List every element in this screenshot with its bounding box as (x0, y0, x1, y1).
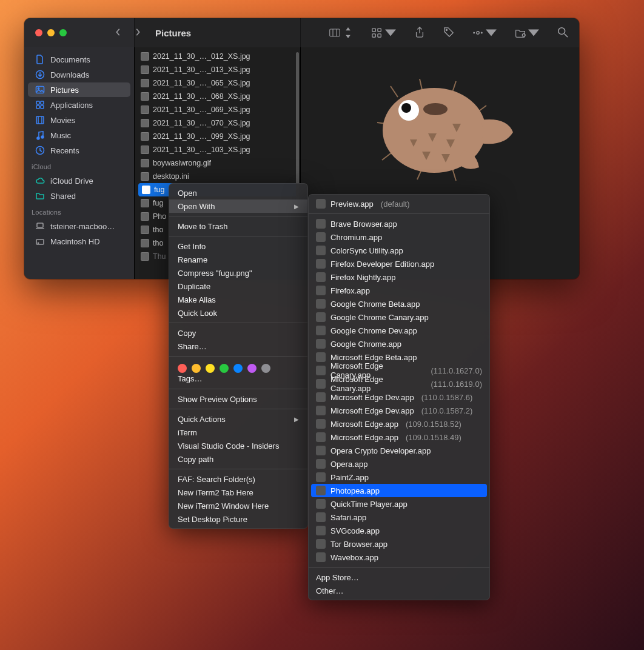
file-row[interactable]: 2021_11_30_…_013_XS.jpg (135, 63, 300, 76)
forward-button[interactable] (133, 28, 142, 38)
file-icon (141, 252, 149, 261)
menu-item-move-to-trash[interactable]: Move to Trash (169, 219, 307, 233)
sidebar-item-recents[interactable]: Recents (28, 143, 130, 158)
sync-folder-button[interactable] (515, 27, 539, 38)
open-with-item-other-[interactable]: Other… (309, 584, 489, 597)
menu-item-quick-look[interactable]: Quick Look (169, 306, 307, 320)
file-row[interactable]: boywasiwrong.gif (135, 156, 300, 170)
sidebar-item-documents[interactable]: Documents (28, 52, 130, 67)
menu-item-show-preview-options[interactable]: Show Preview Options (169, 392, 307, 406)
open-with-item-google-chrome-beta-app[interactable]: Google Chrome Beta.app (309, 297, 489, 310)
menu-item-copy[interactable]: Copy (169, 326, 307, 340)
open-with-item-firefox-nightly-app[interactable]: Firefox Nightly.app (309, 270, 489, 284)
sidebar-item-macintosh-hd[interactable]: Macintosh HD (28, 234, 130, 249)
menu-item-quick-actions[interactable]: Quick Actions▶ (169, 412, 307, 426)
open-with-item-google-chrome-canary-app[interactable]: Google Chrome Canary.app (309, 310, 489, 324)
open-with-item-google-chrome-dev-app[interactable]: Google Chrome Dev.app (309, 324, 489, 337)
open-with-item-microsoft-edge-app[interactable]: Microsoft Edge.app(109.0.1518.52) (309, 417, 489, 431)
menu-item-get-info[interactable]: Get Info (169, 240, 307, 253)
tag-dot[interactable] (247, 364, 257, 373)
open-with-item-microsoft-edge-canary-app[interactable]: Microsoft Edge Canary.app(111.0.1619.0) (309, 377, 489, 390)
menu-item-open[interactable]: Open (169, 186, 307, 199)
open-with-item-microsoft-edge-dev-app[interactable]: Microsoft Edge Dev.app(110.0.1587.2) (309, 404, 489, 417)
menu-item-duplicate[interactable]: Duplicate (169, 280, 307, 293)
file-row[interactable]: 2021_11_30_…_103_XS.jpg (135, 143, 300, 156)
app-icon (316, 552, 326, 562)
tag-dot[interactable] (233, 364, 243, 373)
open-with-item-colorsync-utility-app[interactable]: ColorSync Utility.app (309, 244, 489, 257)
sidebar-item-applications[interactable]: Applications (28, 98, 130, 112)
action-menu-button[interactable] (472, 27, 497, 38)
open-with-item-firefox-app[interactable]: Firefox.app (309, 284, 489, 297)
open-with-item-svgcode-app[interactable]: SVGcode.app (309, 524, 489, 537)
menu-label: Make Alias (178, 295, 216, 304)
menu-item-new-iterm-tab-here[interactable]: New iTerm2 Tab Here (169, 486, 307, 499)
sidebar-item-tsteiner-macboo-[interactable]: tsteiner-macboo… (28, 219, 130, 233)
open-with-item-opera-crypto-developer-app[interactable]: Opera Crypto Developer.app (309, 444, 489, 457)
close-button[interactable] (35, 29, 42, 36)
open-with-item-quicktime-player-app[interactable]: QuickTime Player.app (309, 497, 489, 511)
menu-item-open-with[interactable]: Open With▶ (169, 199, 307, 213)
open-with-item-safari-app[interactable]: Safari.app (309, 511, 489, 524)
view-columns-button[interactable] (329, 27, 354, 38)
group-button[interactable] (372, 27, 396, 38)
search-button[interactable] (557, 27, 568, 39)
file-row[interactable]: 2021_11_30_…_012_XS.jpg (135, 50, 300, 63)
open-with-item-wavebox-app[interactable]: Wavebox.app (309, 551, 489, 564)
open-with-item-google-chrome-app[interactable]: Google Chrome.app (309, 337, 489, 350)
sidebar-item-downloads[interactable]: Downloads (28, 67, 130, 82)
tags-button[interactable] (443, 27, 454, 39)
tag-dot[interactable] (220, 364, 229, 373)
cloud-icon (35, 176, 45, 186)
sidebar-item-shared[interactable]: Shared (28, 189, 130, 203)
file-row[interactable]: 2021_11_30_…_069_XS.jpg (135, 103, 300, 116)
toolbar: Pictures (24, 18, 579, 47)
menu-item-tags-[interactable]: Tags… (169, 374, 307, 386)
menu-item-share-[interactable]: Share… (169, 340, 307, 353)
open-with-item-brave-browser-app[interactable]: Brave Browser.app (309, 217, 489, 230)
app-label: ColorSync Utility.app (330, 246, 403, 255)
app-version: (110.0.1587.2) (421, 406, 473, 415)
menu-item-compress-fugu-png-[interactable]: Compress "fugu.png" (169, 266, 307, 280)
open-with-item-chromium-app[interactable]: Chromium.app (309, 230, 489, 244)
open-with-item-tor-browser-app[interactable]: Tor Browser.app (309, 537, 489, 551)
sidebar-item-music[interactable]: Music (28, 128, 130, 142)
zoom-button[interactable] (59, 29, 67, 36)
open-with-item-opera-app[interactable]: Opera.app (309, 457, 489, 471)
share-button[interactable] (414, 27, 425, 39)
open-with-item-photopea-app[interactable]: Photopea.app (311, 484, 487, 497)
open-with-item-microsoft-edge-app[interactable]: Microsoft Edge.app(109.0.1518.49) (309, 431, 489, 444)
tag-dot[interactable] (206, 364, 215, 373)
open-with-item-app-store-[interactable]: App Store… (309, 571, 489, 584)
menu-item-copy-path[interactable]: Copy path (169, 452, 307, 466)
file-icon (141, 212, 149, 221)
menu-item-set-desktop-picture[interactable]: Set Desktop Picture (169, 512, 307, 526)
app-icon (316, 326, 326, 335)
svg-rect-20 (41, 106, 44, 109)
tag-dot[interactable] (192, 364, 201, 373)
file-row[interactable]: 2021_11_30_…_068_XS.jpg (135, 90, 300, 103)
file-row[interactable]: 2021_11_30_…_099_XS.jpg (135, 130, 300, 143)
file-row[interactable]: 2021_11_30_…_065_XS.jpg (135, 76, 300, 90)
minimize-button[interactable] (47, 29, 55, 36)
menu-item-rename[interactable]: Rename (169, 253, 307, 266)
menu-item-make-alias[interactable]: Make Alias (169, 293, 307, 306)
menu-item-visual-studio-code-insiders[interactable]: Visual Studio Code - Insiders (169, 439, 307, 452)
menu-item-new-iterm-window-here[interactable]: New iTerm2 Window Here (169, 499, 307, 512)
tag-dot[interactable] (261, 364, 270, 373)
menu-item-faf-search-folder-s-[interactable]: FAF: Search Folder(s) (169, 472, 307, 486)
open-with-item-preview-app[interactable]: Preview.app(default) (309, 197, 489, 210)
sidebar-item-movies[interactable]: Movies (28, 113, 130, 127)
tag-dot[interactable] (178, 364, 187, 373)
menu-item-iterm[interactable]: iTerm (169, 426, 307, 439)
open-with-item-firefox-developer-edition-app[interactable]: Firefox Developer Edition.app (309, 257, 489, 270)
sidebar-item-pictures[interactable]: Pictures (28, 82, 130, 97)
open-with-item-microsoft-edge-dev-app[interactable]: Microsoft Edge Dev.app(110.0.1587.6) (309, 390, 489, 404)
open-with-item-paintz-app[interactable]: PaintZ.app (309, 471, 489, 484)
file-row[interactable]: desktop.ini (135, 170, 300, 183)
svg-rect-17 (36, 101, 39, 104)
back-button[interactable] (114, 28, 122, 38)
sidebar-item-icloud-drive[interactable]: iCloud Drive (28, 173, 130, 188)
svg-point-41 (423, 103, 448, 115)
file-row[interactable]: 2021_11_30_…_070_XS.jpg (135, 116, 300, 130)
